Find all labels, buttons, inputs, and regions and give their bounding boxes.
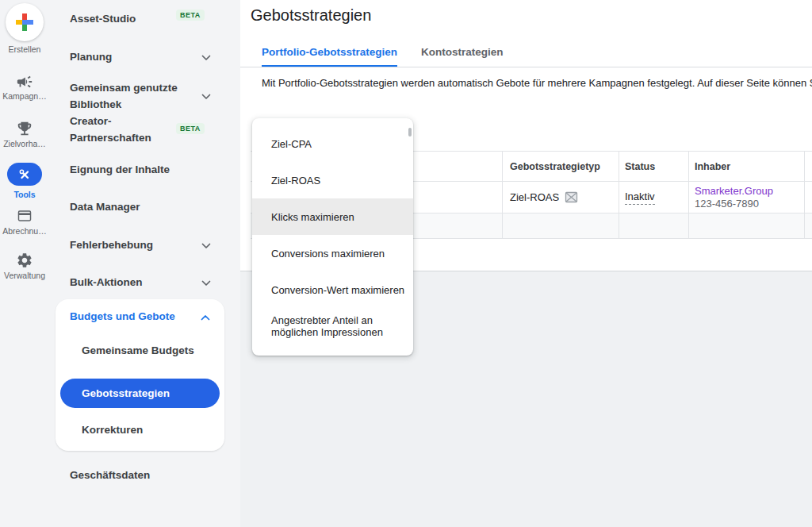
sidebar-item-label: Geschäftsdaten <box>70 467 150 483</box>
billing-card-icon[interactable] <box>16 207 33 225</box>
rail-item-tools-label[interactable]: Tools <box>0 190 49 199</box>
table-row-status-cell[interactable]: Inaktiv <box>625 190 655 202</box>
owner-id: 123-456-7890 <box>695 198 773 210</box>
megaphone-icon[interactable] <box>16 73 33 90</box>
owner-link[interactable]: Smarketer.Group <box>695 185 773 198</box>
tools-icon <box>18 168 31 181</box>
rail-item-verwaltung-label[interactable]: Verwaltung <box>0 271 49 280</box>
google-plus-icon <box>16 13 33 31</box>
column-header-gebotsstrategietyp[interactable]: Gebotsstrategietyp <box>510 161 600 172</box>
strategy-type-value: Ziel-ROAS <box>510 191 559 203</box>
sidebar-item-fehlerbehebung[interactable]: Fehlerbehebung <box>70 237 211 253</box>
gear-icon[interactable] <box>16 252 33 269</box>
sidebar-item-label: Fehlerbehebung <box>70 237 153 253</box>
table-border <box>502 151 503 238</box>
tab-kontostrategien[interactable]: Kontostrategien <box>421 46 504 67</box>
create-button-label: Erstellen <box>0 44 49 54</box>
sidebar-item-label: Asset-Studio <box>70 10 136 27</box>
sidebar-item-eignung-der-inhalte[interactable]: Eignung der Inhalte <box>70 161 211 178</box>
beta-badge: BETA <box>176 10 205 21</box>
sidebar-item-asset-studio[interactable]: Asset-Studio BETA <box>70 10 211 27</box>
rail-item-zielvorhaben-label[interactable]: Zielvorha… <box>0 139 49 148</box>
table-border <box>619 151 619 238</box>
sidebar-item-korrekturen[interactable]: Korrekturen <box>82 424 143 436</box>
beta-badge: BETA <box>176 123 205 134</box>
column-header-status[interactable]: Status <box>625 161 655 172</box>
sidebar-item-budgets-und-gebote[interactable]: Budgets und Gebote <box>70 310 210 322</box>
chevron-down-icon <box>201 280 211 287</box>
menu-item-conversions-maximieren[interactable]: Conversions maximieren <box>252 235 413 271</box>
table-border <box>688 151 689 238</box>
create-button[interactable] <box>6 3 44 41</box>
tab-portfolio-gebotsstrategien[interactable]: Portfolio-Gebotsstrategien <box>262 46 397 67</box>
chevron-up-icon <box>201 314 210 321</box>
menu-item-ziel-roas[interactable]: Ziel-ROAS <box>252 162 413 198</box>
table-row-type-cell: Ziel-ROAS <box>510 190 578 204</box>
rail-item-tools-active[interactable] <box>7 163 42 186</box>
sidebar-item-label: Budgets und Gebote <box>70 310 175 322</box>
menu-item-label: Angestrebter Anteil an möglichen Impress… <box>271 314 390 338</box>
sidebar-item-gemeinsame-budgets[interactable]: Gemeinsame Budgets <box>82 344 194 356</box>
broken-image-icon <box>565 190 578 204</box>
rail-item-kampagnen-label[interactable]: Kampagn… <box>0 91 49 101</box>
trophy-icon[interactable] <box>16 120 33 137</box>
sidebar-item-gebotsstrategien-selected[interactable]: Gebotsstrategien <box>60 379 220 408</box>
sidebar-item-label: Gemeinsam genutzte Bibliothek <box>70 79 189 113</box>
sidebar-item-data-manager[interactable]: Data Manager <box>70 198 211 215</box>
page-description: Mit Portfolio-Gebotsstrategien werden au… <box>262 77 812 89</box>
menu-item-angestrebter-anteil[interactable]: Angestrebter Anteil an möglichen Impress… <box>252 308 413 344</box>
sidebar-item-label: Eignung der Inhalte <box>70 161 170 178</box>
chevron-down-icon <box>201 94 211 100</box>
sidebar-item-geschaeftsdaten[interactable]: Geschäftsdaten <box>70 467 211 483</box>
icon-rail: Erstellen Kampagn… Zielvorha… Tools Abre… <box>0 0 49 527</box>
tab-bar-divider <box>240 67 812 67</box>
rail-item-abrechnung-label[interactable]: Abrechnu… <box>0 226 49 236</box>
bid-strategy-type-dropdown: Ziel-CPA Ziel-ROAS Klicks maximieren Con… <box>252 118 413 356</box>
chevron-down-icon <box>201 243 211 249</box>
sidebar-item-planung[interactable]: Planung <box>70 48 211 65</box>
budgets-und-gebote-group: Budgets und Gebote Gemeinsame Budgets Ge… <box>56 299 224 451</box>
sidebar-item-label: Gebotsstrategien <box>82 387 170 399</box>
sidebar-item-label: Creator-Partnerschaften <box>70 113 163 146</box>
status-value: Inaktiv <box>625 190 655 205</box>
sidebar-item-label: Planung <box>70 48 112 65</box>
dropdown-scrollbar-thumb[interactable] <box>408 128 412 137</box>
sidebar-item-creator-partnerschaften[interactable]: Creator-Partnerschaften BETA <box>70 113 211 146</box>
chevron-down-icon <box>201 55 211 61</box>
sidebar-item-label: Bulk-Aktionen <box>70 274 143 290</box>
menu-item-ziel-cpa[interactable]: Ziel-CPA <box>252 125 413 162</box>
sidebar-item-bulk-aktionen[interactable]: Bulk-Aktionen <box>70 274 211 290</box>
sidebar-item-label: Data Manager <box>70 198 140 215</box>
table-row-owner-cell: Smarketer.Group 123-456-7890 <box>695 185 773 210</box>
column-header-inhaber[interactable]: Inhaber <box>695 161 730 172</box>
sidebar-item-gemeinsame-bibliothek[interactable]: Gemeinsam genutzte Bibliothek <box>70 79 211 113</box>
table-border <box>804 151 805 238</box>
tab-bar: Portfolio-Gebotsstrategien Kontostrategi… <box>262 46 504 67</box>
google-ads-app: Erstellen Kampagn… Zielvorha… Tools Abre… <box>0 0 812 527</box>
menu-item-klicks-maximieren[interactable]: Klicks maximieren <box>252 198 413 235</box>
page-title: Gebotsstrategien <box>251 6 371 25</box>
menu-item-conversion-wert-maximieren[interactable]: Conversion-Wert maximieren <box>252 271 413 308</box>
